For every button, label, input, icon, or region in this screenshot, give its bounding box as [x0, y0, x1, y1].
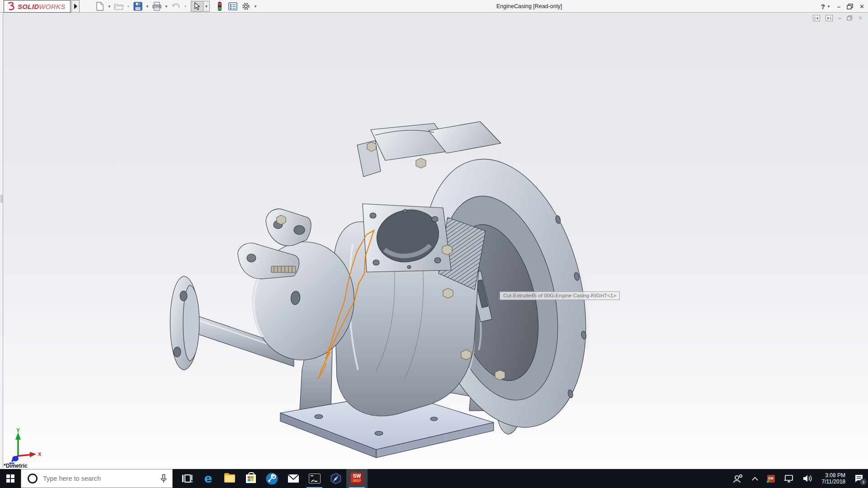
select-tool-button[interactable] [191, 1, 203, 11]
previous-pane-button[interactable] [813, 15, 820, 21]
microsoft-logo-icon [248, 476, 254, 481]
undo-icon [171, 2, 181, 10]
cortana-icon [28, 474, 38, 483]
new-document-icon [96, 2, 104, 11]
options-dropdown[interactable]: ▼ [253, 5, 258, 9]
solidworks-logo: SOLIDWORKS [4, 0, 71, 13]
triad-x-label: X [38, 451, 42, 457]
network-icon [784, 474, 794, 483]
wrench-circle-icon [266, 473, 278, 485]
flyout-arrow-icon [74, 4, 77, 9]
check-icon: ✓ [766, 478, 772, 484]
window-controls: ?▼ – ✕ [821, 0, 864, 13]
taskbar-app-icons: e [176, 469, 368, 488]
open-dropdown[interactable]: ▼ [126, 5, 131, 9]
solidworks-tray-icon: SW✓ [767, 475, 775, 483]
solidworks-tray-button[interactable]: SW✓ [767, 475, 775, 483]
open-button[interactable] [113, 1, 125, 12]
print-button[interactable] [151, 1, 163, 12]
task-view-button[interactable] [176, 469, 198, 488]
store-button[interactable] [240, 469, 261, 488]
select-arrow-icon [193, 2, 201, 10]
action-center-button[interactable]: 3 [854, 474, 863, 483]
new-dropdown[interactable]: ▼ [107, 5, 112, 9]
print-icon [152, 2, 162, 11]
start-button[interactable] [0, 469, 21, 488]
view-orientation-label: *Dimetric [4, 463, 28, 469]
gear-icon [241, 2, 250, 11]
file-explorer-button[interactable] [219, 469, 240, 488]
file-properties-button[interactable] [227, 1, 239, 12]
print-dropdown[interactable]: ▼ [164, 5, 169, 9]
store-icon [246, 474, 256, 483]
volume-button[interactable] [803, 474, 813, 483]
people-icon [733, 474, 743, 483]
graphics-viewport[interactable]: – ✕ [0, 13, 868, 469]
doc-close-button[interactable]: ✕ [858, 15, 863, 21]
logo-text: SOLIDWORKS [18, 3, 66, 10]
windows-logo-icon [6, 474, 14, 483]
tray-time: 3:08 PM [822, 472, 846, 479]
network-button[interactable] [784, 474, 794, 483]
minimize-button[interactable]: – [837, 3, 840, 10]
search-input[interactable] [43, 475, 160, 482]
chevron-up-icon [752, 477, 758, 481]
select-dropdown[interactable]: ▼ [203, 1, 209, 11]
people-button[interactable] [733, 474, 743, 483]
solidworks-icon: SW 2017 [351, 473, 363, 485]
titlebar: SOLIDWORKS ▼ ▼ ▼ [0, 0, 868, 13]
save-dropdown[interactable]: ▼ [145, 5, 150, 9]
hidden-icons-button[interactable] [752, 477, 758, 481]
microphone-icon[interactable] [160, 474, 167, 483]
notification-badge: 3 [860, 479, 867, 485]
save-floppy-icon [133, 2, 142, 11]
options-button[interactable] [240, 1, 252, 12]
mail-button[interactable] [283, 469, 304, 488]
orientation-triad: Y X [5, 427, 51, 465]
help-dropdown[interactable]: ▼ [826, 5, 831, 9]
quick-toolbar: ▼ ▼ ▼ ▼ [94, 0, 258, 13]
compass-hexagon-icon [330, 472, 342, 485]
select-tool-group: ▼ [191, 1, 210, 12]
doc-minimize-button[interactable]: – [838, 15, 841, 21]
undo-dropdown[interactable]: ▼ [183, 5, 188, 9]
rebuild-button[interactable] [214, 1, 226, 12]
window-title: EngineCasing [Read-only] [496, 3, 562, 9]
feature-panel-splitter[interactable] [0, 13, 3, 469]
traffic-light-icon [217, 1, 222, 11]
task-view-icon [182, 474, 193, 483]
menu-flyout-button[interactable] [71, 0, 80, 13]
document-window-controls: – ✕ [813, 15, 863, 21]
dassault-mark-icon [6, 1, 18, 11]
splitter-handle[interactable] [0, 195, 3, 203]
doc-restore-button[interactable] [847, 15, 853, 21]
tray-date: 7/11/2018 [822, 479, 846, 485]
pane-left-icon [814, 16, 819, 20]
command-prompt-icon [309, 474, 321, 483]
undo-button[interactable] [170, 1, 182, 12]
clock[interactable]: 3:08 PM 7/11/2018 [822, 472, 846, 485]
mail-icon [288, 474, 299, 483]
new-document-button[interactable] [94, 1, 106, 12]
pane-right-icon [827, 16, 831, 20]
command-prompt-button[interactable] [304, 469, 325, 488]
feature-tooltip: Cut-Extrude45 of 00G-Engine Casing-RIGHT… [500, 291, 620, 300]
system-tray: SW✓ 3:08 PM 7/11/2018 [733, 469, 868, 488]
file-explorer-icon [224, 474, 235, 483]
engine-casing-model[interactable] [163, 117, 597, 460]
save-button[interactable] [132, 1, 144, 12]
settings-tool-button[interactable] [261, 469, 283, 488]
edge-icon: e [204, 473, 212, 484]
compass-app-button[interactable] [325, 469, 346, 488]
help-button[interactable]: ?▼ [821, 3, 831, 10]
solidworks-app-button[interactable]: SW 2017 [346, 469, 368, 488]
next-pane-button[interactable] [826, 15, 833, 21]
restore-button[interactable] [847, 4, 853, 9]
open-folder-icon [114, 2, 124, 10]
taskbar-search[interactable] [21, 469, 173, 488]
speaker-icon [803, 474, 813, 483]
edge-button[interactable]: e [198, 469, 219, 488]
close-button[interactable]: ✕ [859, 3, 864, 10]
file-properties-icon [228, 2, 237, 10]
taskbar: e [0, 469, 868, 488]
